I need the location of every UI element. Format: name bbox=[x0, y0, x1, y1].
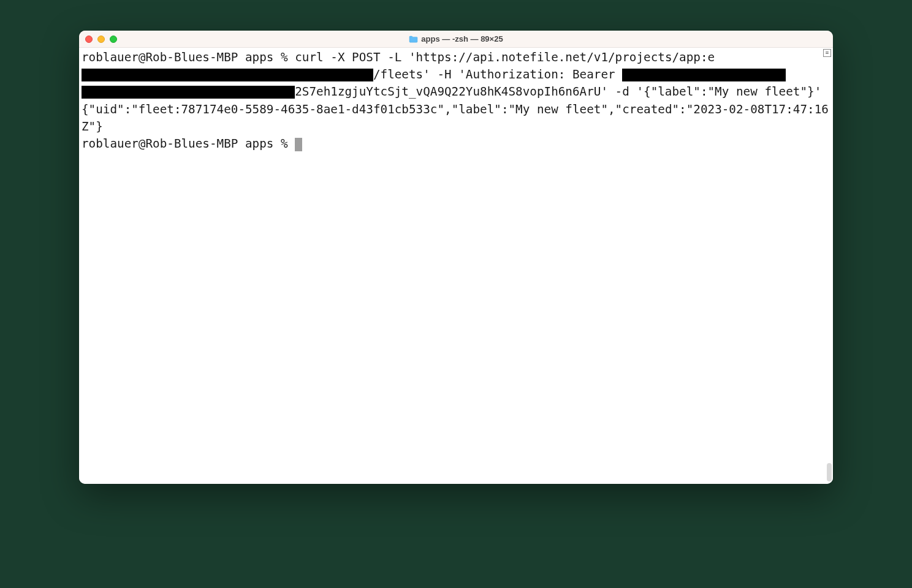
folder-icon bbox=[409, 35, 418, 43]
redacted-token-2: xxxxxxxxxxxxxxxxxxxxxxxxxxxxxx bbox=[82, 86, 295, 99]
traffic-lights bbox=[85, 36, 117, 43]
titlebar[interactable]: apps — -zsh — 89×25 bbox=[79, 31, 833, 48]
prompt-text: roblauer@Rob-Blues-MBP apps % bbox=[82, 137, 295, 151]
scrollbar-thumb[interactable] bbox=[827, 463, 832, 481]
command-text-1: roblauer@Rob-Blues-MBP apps % curl -X PO… bbox=[82, 50, 715, 64]
command-text-3: 2S7eh1zgjuYtcSjt_vQA9Q22Yu8hK4S8vopIh6n6… bbox=[295, 85, 821, 99]
window-title-text: apps — -zsh — 89×25 bbox=[421, 34, 503, 43]
redacted-token-1: xxxxxxxxxxxxxxxxxxxxxxx bbox=[622, 69, 786, 81]
redacted-path: xxxxxxxxxxxxxxxxxxxxxxxxxxxxxxxxxxxxxxxx… bbox=[82, 69, 373, 81]
minimize-button[interactable] bbox=[97, 36, 105, 43]
scroll-origin-indicator: ≡ bbox=[823, 49, 831, 57]
command-text-2: /fleets' -H 'Authorization: Bearer bbox=[373, 67, 622, 81]
terminal-window: apps — -zsh — 89×25 roblauer@Rob-Blues-M… bbox=[79, 31, 833, 484]
terminal-body[interactable]: roblauer@Rob-Blues-MBP apps % curl -X PO… bbox=[79, 48, 833, 484]
cursor bbox=[295, 138, 302, 151]
window-title: apps — -zsh — 89×25 bbox=[79, 34, 833, 43]
close-button[interactable] bbox=[85, 36, 93, 43]
terminal-prompt: roblauer@Rob-Blues-MBP apps % bbox=[82, 137, 302, 151]
terminal-response: {"uid":"fleet:787174e0-5589-4635-8ae1-d4… bbox=[82, 102, 829, 134]
terminal-line-1: roblauer@Rob-Blues-MBP apps % curl -X PO… bbox=[82, 50, 821, 99]
maximize-button[interactable] bbox=[110, 36, 117, 43]
